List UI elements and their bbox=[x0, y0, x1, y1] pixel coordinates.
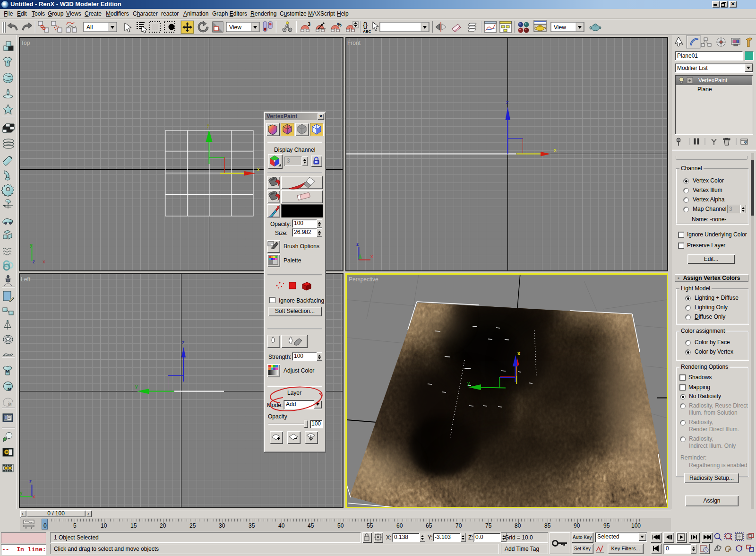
svg-text:y: y bbox=[135, 383, 138, 389]
svg-text:x: x bbox=[43, 259, 45, 264]
svg-text:M: M bbox=[8, 387, 11, 391]
svg-text:ABC: ABC bbox=[363, 29, 371, 34]
svg-text:Top: Top bbox=[21, 40, 30, 46]
svg-text:z: z bbox=[29, 479, 32, 484]
svg-text:x: x bbox=[517, 350, 521, 356]
svg-text:x: x bbox=[554, 147, 557, 153]
svg-text:%: % bbox=[337, 22, 342, 27]
svg-text:y: y bbox=[467, 380, 470, 386]
svg-text:All: All bbox=[86, 24, 93, 31]
svg-text:Perspective: Perspective bbox=[349, 276, 378, 283]
svg-text:y: y bbox=[207, 122, 210, 128]
svg-text:View: View bbox=[554, 24, 566, 31]
svg-text:x: x bbox=[257, 166, 260, 172]
svg-text:Front: Front bbox=[347, 40, 361, 46]
svg-text:M: M bbox=[8, 402, 12, 407]
svg-text:x: x bbox=[370, 254, 373, 259]
svg-text:z: z bbox=[182, 339, 185, 345]
svg-text:z: z bbox=[33, 259, 35, 264]
svg-text:Left: Left bbox=[21, 276, 31, 283]
svg-text:z: z bbox=[506, 99, 509, 105]
svg-text:View: View bbox=[229, 24, 241, 31]
svg-text:3: 3 bbox=[308, 21, 310, 27]
svg-text:y: y bbox=[30, 243, 33, 248]
svg-text:C: C bbox=[7, 60, 10, 64]
svg-text:x: x bbox=[33, 494, 35, 499]
svg-text:M: M bbox=[6, 369, 9, 374]
svg-text:z: z bbox=[356, 242, 359, 247]
svg-text:y: y bbox=[20, 490, 23, 495]
svg-text:{}: {} bbox=[363, 21, 368, 29]
